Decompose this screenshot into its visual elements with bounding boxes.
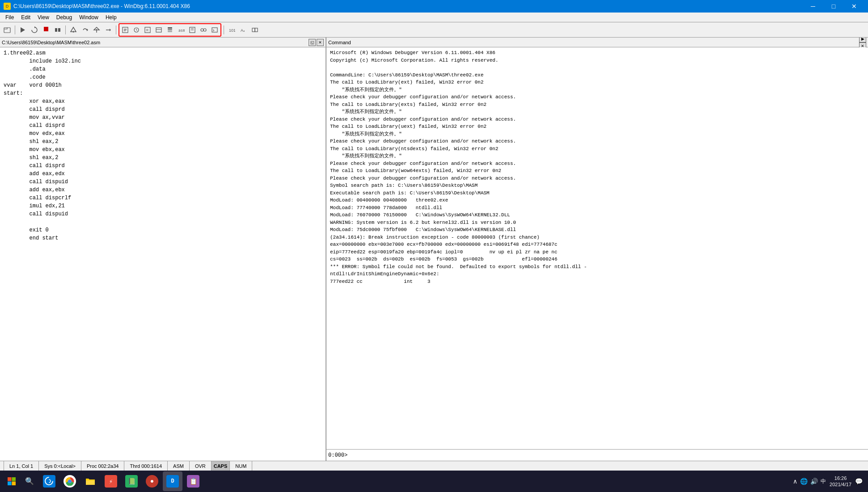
svg-text:Aₐ: Aₐ [241, 28, 245, 33]
command-input-area: 0:000> [326, 449, 868, 461]
menu-debug[interactable]: Debug [53, 13, 76, 22]
taskbar-app-5[interactable]: 📗 [122, 471, 141, 491]
tb-run-to-cursor[interactable] [103, 25, 114, 35]
menu-view[interactable]: View [34, 13, 53, 22]
tray-icons: ∧ 🌐 🔊 中 [793, 478, 826, 485]
window-title: C:\Users\86159\Desktop\MASM\three02.exe … [13, 3, 803, 9]
command-panel-expand-button[interactable]: ▶ [859, 38, 866, 42]
app-icon: D [4, 3, 11, 10]
tb-view-memory[interactable] [153, 25, 164, 35]
menu-bar: File Edit View Debug Window Help [0, 13, 868, 22]
svg-text:101: 101 [229, 28, 235, 33]
title-bar: D C:\Users\86159\Desktop\MASM\three02.ex… [0, 0, 868, 13]
svg-text:asm: asm [178, 29, 185, 33]
main-area: C:\Users\86159\Desktop\MASM\three02.asm … [0, 38, 868, 461]
svg-rect-3 [44, 27, 48, 31]
source-panel-float-button[interactable]: ◱ [309, 39, 316, 46]
source-panel: C:\Users\86159\Desktop\MASM\three02.asm … [0, 38, 326, 461]
taskbar-app-8[interactable]: 📋 [183, 471, 203, 491]
tb-sep-1 [15, 25, 15, 34]
source-panel-title: C:\Users\86159\Desktop\MASM\three02.asm [2, 40, 309, 45]
taskbar-app-windbg[interactable]: D [163, 471, 182, 491]
taskbar-app-6[interactable]: ● [142, 471, 162, 491]
status-proc: Proc 002:2a34 [81, 461, 125, 471]
svg-rect-23 [168, 29, 172, 30]
start-button[interactable] [2, 471, 21, 491]
clock-date: 2021/4/17 [830, 481, 851, 488]
tb-step-into[interactable] [68, 25, 79, 35]
svg-point-30 [203, 29, 206, 31]
svg-rect-34 [252, 28, 255, 32]
svg-rect-20 [156, 28, 161, 32]
tb-step-over[interactable] [80, 25, 90, 35]
tb-break[interactable] [52, 25, 63, 35]
svg-point-29 [201, 29, 203, 31]
maximize-button[interactable]: □ [823, 0, 844, 13]
svg-rect-5 [58, 28, 60, 32]
toolbar: R asm 101 Aₐ [0, 22, 868, 38]
status-asm: ASM [168, 461, 190, 471]
tb-view-locals[interactable] [120, 25, 131, 35]
taskbar-app-explorer[interactable] [80, 471, 100, 491]
taskbar: 🔍 [0, 471, 868, 492]
status-ln-col: Ln 1, Col 1 [4, 461, 39, 471]
notification-button[interactable]: 💬 [855, 478, 863, 485]
tb-view-scratch[interactable] [187, 25, 198, 35]
source-content: 1.three02.asm include io32.inc .data .co… [0, 47, 326, 461]
svg-rect-4 [55, 28, 57, 32]
status-caps: CAPS [212, 461, 230, 471]
tb-view-command[interactable] [209, 25, 220, 35]
svg-marker-8 [87, 29, 88, 31]
tb-stop[interactable] [41, 25, 51, 35]
status-thrd: Thrd 000:1614 [124, 461, 168, 471]
taskbar-search-button[interactable]: 🔍 [21, 473, 38, 489]
tb-step-out[interactable] [91, 25, 102, 35]
tb-font[interactable]: Aₐ [238, 25, 249, 35]
tb-go[interactable] [17, 25, 28, 35]
command-panel: Command ▶ ✕ Microsoft (R) Windows Debugg… [326, 38, 868, 461]
svg-text:R: R [146, 29, 148, 32]
svg-rect-37 [12, 477, 16, 481]
svg-rect-39 [12, 482, 16, 486]
tb-open-source[interactable] [2, 25, 13, 35]
tb-sep-2 [65, 25, 66, 34]
taskbar-app-chrome[interactable] [60, 471, 80, 491]
taskbar-app-edge[interactable] [39, 471, 59, 491]
tray-input-lang[interactable]: 中 [821, 478, 826, 485]
clock-time: 16:26 [830, 475, 851, 481]
tray-expand-arrow[interactable]: ∧ [793, 478, 797, 485]
tray-volume[interactable]: 🔊 [810, 478, 818, 485]
svg-rect-24 [168, 31, 172, 32]
menu-help[interactable]: Help [102, 13, 120, 22]
svg-marker-2 [34, 26, 36, 28]
command-panel-title: Command [328, 40, 351, 45]
tb-sep-3 [116, 25, 116, 34]
tb-view-registers[interactable]: R [142, 25, 153, 35]
close-button[interactable]: ✕ [844, 0, 864, 13]
tb-workspace[interactable] [250, 25, 260, 35]
tb-view-callstack[interactable] [165, 25, 175, 35]
tray-network[interactable]: 🌐 [800, 478, 808, 485]
taskbar-app-4[interactable]: ⚡ [101, 471, 121, 491]
menu-file[interactable]: File [2, 13, 17, 22]
tb-restart[interactable] [29, 25, 40, 35]
tb-options[interactable]: 101 [226, 25, 237, 35]
command-panel-header: Command ▶ ✕ [326, 38, 868, 47]
svg-rect-38 [8, 482, 12, 486]
command-input[interactable] [347, 452, 866, 458]
tb-view-watch[interactable] [131, 25, 142, 35]
clock[interactable]: 16:26 2021/4/17 [830, 475, 851, 488]
window-controls: ─ □ ✕ [803, 0, 864, 13]
tb-view-disasm[interactable]: asm [176, 25, 186, 35]
svg-rect-35 [255, 28, 258, 32]
minimize-button[interactable]: ─ [803, 0, 823, 13]
source-panel-close-button[interactable]: ✕ [317, 39, 324, 46]
menu-edit[interactable]: Edit [17, 13, 34, 22]
status-ovr: OVR [190, 461, 212, 471]
svg-rect-31 [212, 28, 217, 32]
menu-window[interactable]: Window [76, 13, 102, 22]
tb-view-processes[interactable] [198, 25, 209, 35]
tb-sep-4 [224, 25, 224, 34]
status-num: NUM [230, 461, 252, 471]
svg-rect-36 [8, 477, 12, 481]
